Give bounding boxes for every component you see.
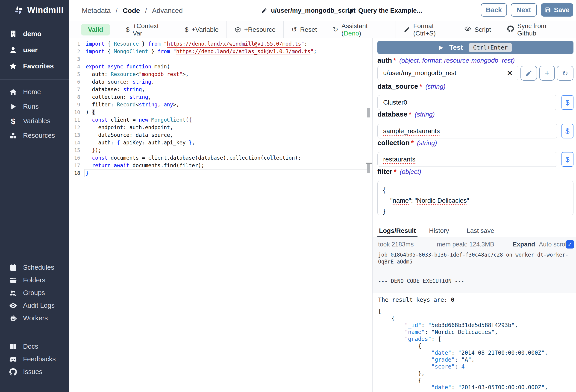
tab-logs-result[interactable]: Logs/Result xyxy=(377,227,417,234)
field-type: (object, format: resource-mongodb_rest) xyxy=(399,57,515,64)
refresh-resource-button[interactable]: ↻ xyxy=(557,66,574,81)
calendar-icon xyxy=(9,264,17,272)
tab-advanced[interactable]: Advanced xyxy=(152,7,183,15)
field-type: (string) xyxy=(425,83,445,90)
plus-icon: + xyxy=(545,69,549,77)
data-source-var-button[interactable]: $ xyxy=(561,95,574,110)
code-line-4: export async function main( xyxy=(86,63,170,70)
workspace-logo[interactable]: Windmill xyxy=(0,0,69,20)
back-button[interactable]: Back xyxy=(481,3,507,17)
memory-stat: mem peak: 124.3MB xyxy=(437,241,494,248)
sidebar-item-docs[interactable]: Docs xyxy=(0,340,69,353)
line-number: 13 xyxy=(69,131,80,139)
auth-field-label: auth* (object, format: resource-mongodb_… xyxy=(377,56,515,64)
field-name: auth xyxy=(377,56,392,64)
data-source-input[interactable]: Cluster0 xyxy=(377,95,557,110)
sidebar-item-groups[interactable]: Groups xyxy=(0,286,69,299)
script-summary: Query the Example... xyxy=(358,7,422,14)
test-button[interactable]: ▶ Test Ctrl+Enter xyxy=(377,41,574,54)
dollar-icon: $ xyxy=(9,117,17,125)
editor-scrollbar-thumb[interactable] xyxy=(367,108,370,117)
database-var-button[interactable]: $ xyxy=(561,124,574,139)
code-line-6: data_source: string, xyxy=(86,78,154,86)
result-json-line: [ xyxy=(378,308,381,315)
sidebar-item-folders[interactable]: Folders xyxy=(0,274,69,286)
sidebar-item-demo[interactable]: demo xyxy=(0,26,69,42)
sidebar-item-issues[interactable]: Issues xyxy=(0,365,69,378)
pen-icon xyxy=(404,27,410,33)
sidebar: Windmill demouserFavorites HomeRuns$Vari… xyxy=(0,0,69,392)
toolbar-button-reset[interactable]: ↺Reset xyxy=(283,21,325,38)
line-number: 9 xyxy=(69,101,80,109)
line-number: 14 xyxy=(69,139,80,146)
toolbar-button-assistant-deno[interactable]: ↻Assistant (Deno) xyxy=(325,21,396,38)
code-editor[interactable]: import { Resource } from "https://deno.l… xyxy=(69,38,372,392)
robot-icon xyxy=(9,314,17,322)
toolbar-button-format-ctrl-s[interactable]: Format (Ctrl+S) xyxy=(396,21,464,38)
tab-code[interactable]: Code xyxy=(123,7,140,15)
auth-resource-input[interactable]: u/user/my_mongodb_rest × xyxy=(377,66,518,80)
run-panel: ▶ Test Ctrl+Enter auth* (object, format:… xyxy=(372,38,576,392)
line-number: 7 xyxy=(69,86,80,93)
toolbar-right-group: ScriptSync from Github xyxy=(464,21,576,38)
field-type: (string) xyxy=(415,111,435,118)
sidebar-item-runs[interactable]: Runs xyxy=(0,99,69,114)
required-asterisk: * xyxy=(409,110,411,118)
code-line-15: }); xyxy=(86,146,101,154)
duration-stat: took 2183ms xyxy=(378,241,414,248)
required-asterisk: * xyxy=(420,83,422,90)
editor-scrollbar-thumb[interactable] xyxy=(367,164,370,173)
collection-input[interactable]: restaurants xyxy=(377,152,557,167)
script-path-edit[interactable]: u/user/my_mongodb_script xyxy=(261,0,355,21)
result-keys-line: The result keys are: 0 xyxy=(378,296,454,303)
expand-button[interactable]: Expand xyxy=(513,241,535,248)
toolbar-button-context-var[interactable]: $+Context Var xyxy=(118,21,177,38)
save-button[interactable]: Save xyxy=(541,3,573,17)
code-line-13: dataSource: data_source, xyxy=(86,131,173,139)
sidebar-item-audit-logs[interactable]: Audit Logs xyxy=(0,299,69,312)
test-label: Test xyxy=(449,44,463,51)
toolbar-button-sync-from-github[interactable]: Sync from Github xyxy=(507,22,565,37)
filter-line: } xyxy=(383,206,568,217)
collection-var-button[interactable]: $ xyxy=(561,152,574,167)
sidebar-item-schedules[interactable]: Schedules xyxy=(0,261,69,274)
sidebar-item-user[interactable]: user xyxy=(0,42,69,58)
folder-icon xyxy=(9,276,17,284)
app-title: Windmill xyxy=(27,5,64,15)
edit-resource-button[interactable] xyxy=(520,66,537,81)
sidebar-item-resources[interactable]: Resources xyxy=(0,128,69,143)
script-summary-edit[interactable]: Query the Example... xyxy=(348,0,422,21)
script-path: u/user/my_mongodb_script xyxy=(271,7,355,14)
filter-field-label: filter* (object) xyxy=(377,168,421,175)
filter-line: "name": "Nordic Delicacies" xyxy=(383,195,568,206)
tab-last-save[interactable]: Last save xyxy=(463,227,497,234)
eye-outline-icon xyxy=(464,25,471,34)
sidebar-item-workers[interactable]: Workers xyxy=(0,312,69,325)
next-button[interactable]: Next xyxy=(511,3,537,17)
sidebar-item-feedbacks[interactable]: Feedbacks xyxy=(0,353,69,365)
tab-metadata[interactable]: Metadata xyxy=(82,7,111,15)
filter-json-editor[interactable]: { "name": "Nordic Delicacies"} xyxy=(377,181,574,215)
sidebar-divider xyxy=(0,80,69,80)
code-line-12: endpoint: auth.endpoint, xyxy=(86,124,173,131)
sidebar-item-favorites[interactable]: Favorites xyxy=(0,58,69,74)
database-input[interactable]: sample_restaurants xyxy=(377,124,557,139)
autoscroll-checkbox[interactable]: ✓ xyxy=(566,240,574,249)
toolbar-button-script[interactable]: Script xyxy=(464,25,491,34)
add-resource-button[interactable]: + xyxy=(539,66,555,81)
breadcrumb: Metadata / Code / Advanced xyxy=(82,0,183,21)
book-icon xyxy=(9,343,17,351)
line-number: 18 xyxy=(69,169,80,177)
toolbar-button-variable[interactable]: $+Variable xyxy=(177,21,227,38)
run-stats: took 2183ms mem peak: 124.3MB Expand Aut… xyxy=(378,241,571,249)
clear-icon[interactable]: × xyxy=(507,69,512,77)
toolbar-button-resource[interactable]: +Resource xyxy=(227,21,283,38)
tab-history[interactable]: History xyxy=(424,227,454,234)
sidebar-item-home[interactable]: Home xyxy=(0,85,69,99)
code-line-10: ) { xyxy=(86,109,95,116)
undo-icon: ↺ xyxy=(291,26,297,33)
line-number: 3 xyxy=(69,55,80,63)
filter-value: Nordic Delicacies xyxy=(417,197,467,204)
editor-toolbar: Valid $+Context Var$+Variable+Resource↺R… xyxy=(69,21,576,38)
sidebar-item-variables[interactable]: $Variables xyxy=(0,114,69,128)
